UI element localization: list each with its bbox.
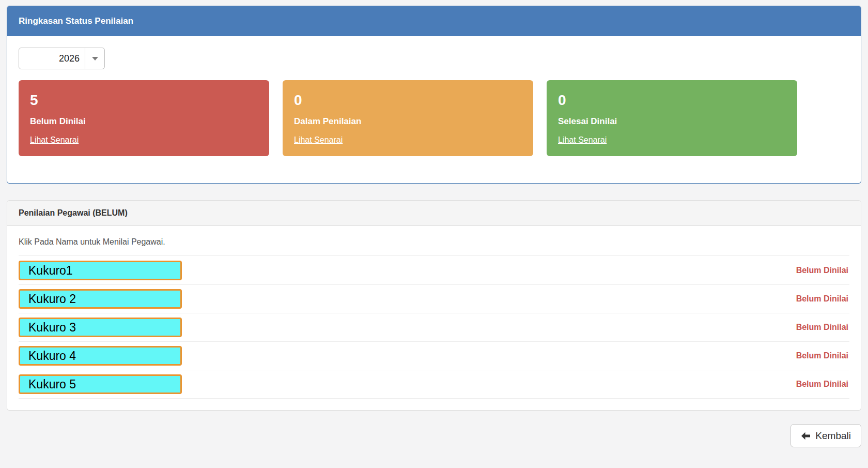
employee-row: Kukuro1 Belum Dinilai <box>19 256 849 285</box>
lihat-senarai-link[interactable]: Lihat Senarai <box>30 135 79 145</box>
employee-list-panel-header: Penilaian Pegawai (BELUM) <box>7 201 861 226</box>
lihat-senarai-link[interactable]: Lihat Senarai <box>558 135 607 145</box>
employee-name-button[interactable]: Kukuro 2 <box>19 289 182 309</box>
summary-panel: Ringkasan Status Penilaian 2026 5 Belum … <box>7 6 861 184</box>
card-label: Dalam Penilaian <box>294 116 522 127</box>
employee-list-panel-title: Penilaian Pegawai (BELUM) <box>19 208 128 217</box>
employee-name-button[interactable]: Kukuro1 <box>19 261 182 280</box>
employee-row: Kukuro 5 Belum Dinilai <box>19 370 849 399</box>
card-selesai-dinilai: 0 Selesai Dinilai Lihat Senarai <box>547 80 797 156</box>
summary-panel-header: Ringkasan Status Penilaian <box>7 6 861 36</box>
employee-name-button[interactable]: Kukuro 4 <box>19 346 182 366</box>
divider <box>19 255 849 255</box>
status-label: Belum Dinilai <box>796 294 849 304</box>
employee-name-button[interactable]: Kukuro 3 <box>19 318 182 337</box>
footer-bar: Kembali <box>7 424 861 447</box>
status-label: Belum Dinilai <box>796 351 849 360</box>
employee-row: Kukuro 2 Belum Dinilai <box>19 285 849 313</box>
employee-row: Kukuro 4 Belum Dinilai <box>19 342 849 370</box>
summary-panel-title: Ringkasan Status Penilaian <box>19 16 133 26</box>
employee-list-panel: Penilaian Pegawai (BELUM) Klik Pada Nama… <box>7 200 861 411</box>
chevron-down-icon <box>92 57 98 61</box>
card-dalam-penilaian: 0 Dalam Penilaian Lihat Senarai <box>283 80 533 156</box>
employee-name-button[interactable]: Kukuro 5 <box>19 374 182 394</box>
card-count: 0 <box>294 93 522 109</box>
status-label: Belum Dinilai <box>796 266 849 275</box>
card-count: 0 <box>558 93 786 109</box>
summary-panel-body: 2026 5 Belum Dinilai Lihat Senarai 0 Dal… <box>7 36 861 183</box>
employee-list-panel-body: Klik Pada Nama untuk Menilai Pegawai. Ku… <box>7 226 861 410</box>
page: Ringkasan Status Penilaian 2026 5 Belum … <box>0 0 868 468</box>
lihat-senarai-link[interactable]: Lihat Senarai <box>294 135 343 145</box>
card-label: Selesai Dinilai <box>558 116 786 127</box>
back-button[interactable]: Kembali <box>791 424 861 447</box>
year-select-value: 2026 <box>19 48 85 69</box>
status-label: Belum Dinilai <box>796 380 849 389</box>
status-label: Belum Dinilai <box>796 323 849 332</box>
arrow-left-icon <box>801 432 811 440</box>
card-label: Belum Dinilai <box>30 116 258 127</box>
back-button-label: Kembali <box>815 430 851 442</box>
status-cards-row: 5 Belum Dinilai Lihat Senarai 0 Dalam Pe… <box>19 80 849 156</box>
year-select-caret-box[interactable] <box>85 48 104 69</box>
card-belum-dinilai: 5 Belum Dinilai Lihat Senarai <box>19 80 269 156</box>
instruction-text: Klik Pada Nama untuk Menilai Pegawai. <box>19 237 849 247</box>
year-select[interactable]: 2026 <box>19 48 105 69</box>
employee-row: Kukuro 3 Belum Dinilai <box>19 313 849 342</box>
card-count: 5 <box>30 93 258 109</box>
